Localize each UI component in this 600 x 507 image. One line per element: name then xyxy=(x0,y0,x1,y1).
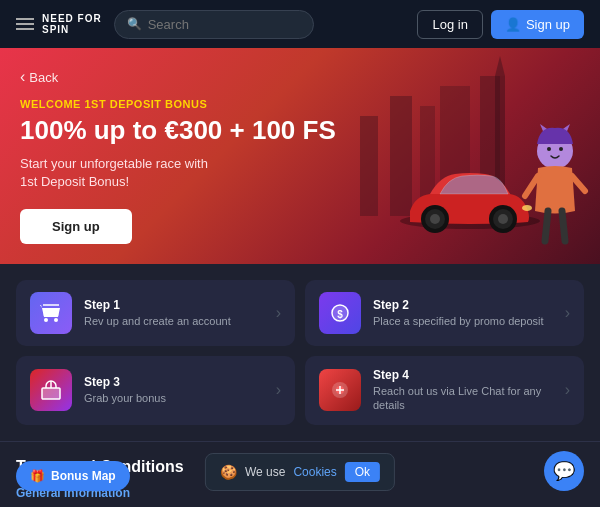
step-4-icon xyxy=(319,369,361,411)
step-1-arrow: › xyxy=(276,304,281,322)
search-input[interactable] xyxy=(148,17,301,32)
svg-text:$: $ xyxy=(337,309,343,320)
step-3-desc: Grab your bonus xyxy=(84,391,264,405)
step-3-icon xyxy=(30,369,72,411)
step-2-card[interactable]: $ Step 2 Place a specified by promo depo… xyxy=(305,280,584,346)
cookie-bar: 🍪 We use Cookies Ok xyxy=(205,453,395,491)
banner-description: Start your unforgetable race with1st Dep… xyxy=(20,155,250,191)
svg-rect-30 xyxy=(42,388,60,399)
svg-rect-25 xyxy=(43,309,59,316)
header-buttons: Log in 👤 Sign up xyxy=(417,10,584,39)
user-icon: 👤 xyxy=(505,17,521,32)
promo-banner: Back WELCOME 1ST DEPOSIT BONUS 100% up t… xyxy=(0,48,600,264)
banner-signup-button[interactable]: Sign up xyxy=(20,209,132,244)
search-bar[interactable]: 🔍 xyxy=(114,10,314,39)
cookie-icon: 🍪 xyxy=(220,464,237,480)
step-1-title: Step 1 xyxy=(84,298,264,312)
search-icon: 🔍 xyxy=(127,17,142,31)
login-button[interactable]: Log in xyxy=(417,10,482,39)
step-3-title: Step 3 xyxy=(84,375,264,389)
step-4-desc: Reach out us via Live Chat for any detai… xyxy=(373,384,553,413)
step-1-icon xyxy=(30,292,72,334)
svg-rect-2 xyxy=(390,96,412,216)
steps-section: Step 1 Rev up and create an account › $ … xyxy=(0,264,600,441)
step-2-icon: $ xyxy=(319,292,361,334)
cookie-ok-button[interactable]: Ok xyxy=(345,462,380,482)
svg-point-26 xyxy=(44,318,48,322)
bonus-map-button[interactable]: 🎁 Bonus Map xyxy=(16,461,130,491)
step-3-content: Step 3 Grab your bonus xyxy=(84,375,264,405)
svg-rect-1 xyxy=(360,116,378,216)
svg-point-15 xyxy=(522,205,532,211)
cookie-text: We use xyxy=(245,465,285,479)
step-3-card[interactable]: Step 3 Grab your bonus › xyxy=(16,356,295,425)
svg-line-21 xyxy=(545,211,548,241)
step-3-arrow: › xyxy=(276,381,281,399)
svg-point-11 xyxy=(430,214,440,224)
svg-point-24 xyxy=(559,147,563,151)
step-2-title: Step 2 xyxy=(373,298,553,312)
logo-area: NEED FOR SPIN xyxy=(16,13,102,35)
svg-point-27 xyxy=(54,318,58,322)
step-2-arrow: › xyxy=(565,304,570,322)
header: NEED FOR SPIN 🔍 Log in 👤 Sign up xyxy=(0,0,600,48)
chat-icon: 💬 xyxy=(553,460,575,482)
svg-point-23 xyxy=(547,147,551,151)
step-2-desc: Place a specified by promo deposit xyxy=(373,314,553,328)
chat-button[interactable]: 💬 xyxy=(544,451,584,491)
hamburger-menu[interactable] xyxy=(16,18,34,30)
banner-illustration xyxy=(340,48,600,264)
svg-point-14 xyxy=(498,214,508,224)
step-4-arrow: › xyxy=(565,381,570,399)
bonus-map-icon: 🎁 xyxy=(30,469,45,483)
step-4-title: Step 4 xyxy=(373,368,553,382)
step-4-card[interactable]: Step 4 Reach out us via Live Chat for an… xyxy=(305,356,584,425)
step-1-desc: Rev up and create an account xyxy=(84,314,264,328)
svg-line-22 xyxy=(562,211,565,241)
step-4-content: Step 4 Reach out us via Live Chat for an… xyxy=(373,368,553,413)
signup-header-button[interactable]: 👤 Sign up xyxy=(491,10,584,39)
step-1-card[interactable]: Step 1 Rev up and create an account › xyxy=(16,280,295,346)
cookie-link[interactable]: Cookies xyxy=(293,465,336,479)
step-1-content: Step 1 Rev up and create an account xyxy=(84,298,264,328)
site-logo: NEED FOR SPIN xyxy=(42,13,102,35)
step-2-content: Step 2 Place a specified by promo deposi… xyxy=(373,298,553,328)
